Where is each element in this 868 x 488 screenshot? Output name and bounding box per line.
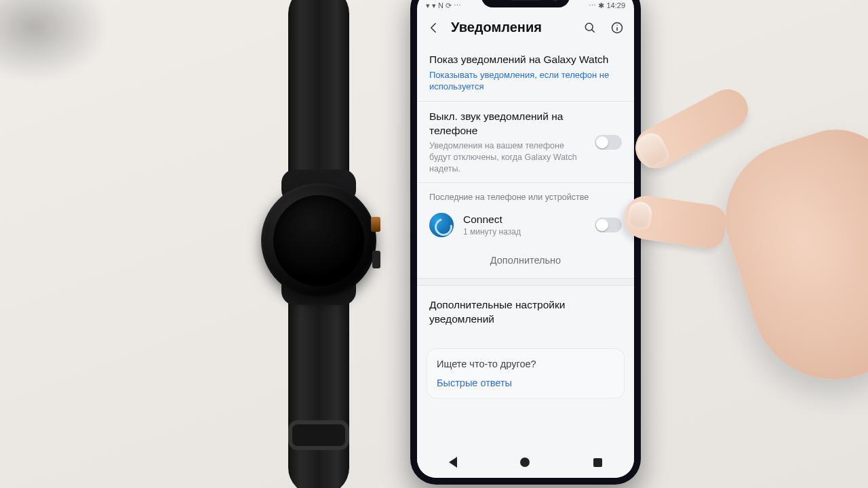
nav-recents-icon[interactable] xyxy=(593,458,602,467)
watch-crown xyxy=(371,217,380,232)
back-icon[interactable] xyxy=(427,20,441,35)
android-navbar xyxy=(417,447,634,478)
watch-strap-top xyxy=(288,0,349,190)
app-name: Connect xyxy=(463,214,595,226)
app-row-connect[interactable]: Connect 1 минуту назад xyxy=(417,207,634,245)
watch-body xyxy=(261,183,376,298)
watch-face xyxy=(273,195,364,286)
app-time: 1 минуту назад xyxy=(463,227,595,237)
row-link: Показывать уведомления, если телефон не … xyxy=(429,69,622,93)
phone-notch xyxy=(481,0,570,7)
hand xyxy=(610,61,868,427)
status-right: ⋯ ✱ 14:29 xyxy=(588,1,626,10)
watch-strap-bottom xyxy=(288,278,349,488)
row-show-notifications[interactable]: Показ уведомлений на Galaxy Watch Показы… xyxy=(417,45,634,102)
svg-line-1 xyxy=(592,29,595,32)
quick-replies-link[interactable]: Быстрые ответы xyxy=(437,378,614,388)
app-icon-connect xyxy=(429,213,454,237)
more-button[interactable]: Дополнительно xyxy=(417,245,634,278)
app-bar: Уведомления xyxy=(417,12,634,45)
svg-point-4 xyxy=(616,24,617,25)
hand-index-finger xyxy=(628,82,755,175)
row-title: Показ уведомлений на Galaxy Watch xyxy=(429,53,622,67)
toggle-mute[interactable] xyxy=(595,135,622,150)
smartwatch xyxy=(251,0,387,488)
watch-buckle xyxy=(288,420,349,450)
row-advanced-settings[interactable]: Дополнительные настройки уведомлений xyxy=(417,286,634,339)
section-gap xyxy=(417,278,634,286)
footer-card: Ищете что-то другое? Быстрые ответы xyxy=(427,348,625,399)
nav-back-icon[interactable] xyxy=(449,457,457,468)
hand-palm xyxy=(706,115,868,401)
phone: ▾ ▾ N ⟳ ⋯ ⋯ ✱ 14:29 Уведомления xyxy=(410,0,641,485)
toggle-app-connect[interactable] xyxy=(595,218,622,232)
search-icon[interactable] xyxy=(583,20,597,35)
info-icon[interactable] xyxy=(610,20,625,35)
nav-home-icon[interactable] xyxy=(520,458,530,467)
row-title: Выкл. звук уведомлений на телефоне xyxy=(429,110,588,138)
row-mute-phone[interactable]: Выкл. звук уведомлений на телефоне Уведо… xyxy=(417,102,634,183)
row-desc: Уведомления на вашем телефоне будут откл… xyxy=(429,140,588,175)
content: Показ уведомлений на Galaxy Watch Показы… xyxy=(417,45,634,399)
page-title: Уведомления xyxy=(451,20,583,35)
watch-side-button xyxy=(372,251,380,268)
phone-screen: ▾ ▾ N ⟳ ⋯ ⋯ ✱ 14:29 Уведомления xyxy=(417,0,634,478)
row-title: Дополнительные настройки уведомлений xyxy=(429,298,622,327)
footer-question: Ищете что-то другое? xyxy=(437,359,614,369)
svg-point-0 xyxy=(585,23,593,30)
status-left: ▾ ▾ N ⟳ ⋯ xyxy=(425,1,462,10)
section-recent-label: Последние на телефоне или устройстве xyxy=(417,183,634,207)
scene: ▾ ▾ N ⟳ ⋯ ⋯ ✱ 14:29 Уведомления xyxy=(0,0,868,488)
background-shadow xyxy=(0,0,108,81)
